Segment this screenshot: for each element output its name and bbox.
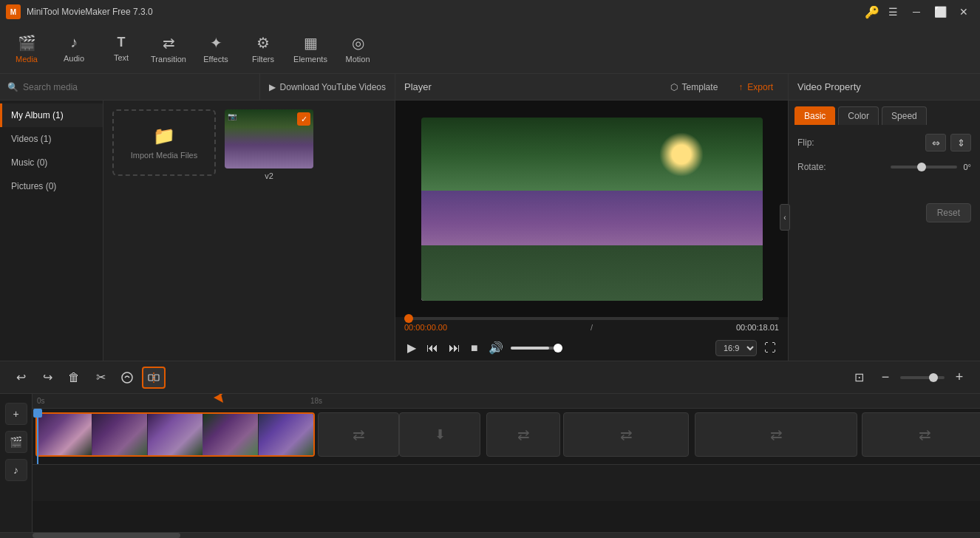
elements-label: Elements: [293, 55, 327, 64]
player-area: Player ⬡ Template ↑ Export: [395, 74, 788, 361]
search-bar[interactable]: 🔍: [0, 74, 260, 100]
volume-fill: [511, 347, 550, 350]
toolbar-text[interactable]: T Text: [98, 27, 145, 71]
template-button[interactable]: ⬡ Template: [664, 79, 724, 95]
timeline-side-buttons: + 🎬 ♪: [0, 394, 33, 532]
bottom-area: ↩ ↪ 🗑 ✂ ⊡ −: [0, 361, 980, 538]
svg-point-0: [122, 372, 132, 383]
transition-icon-4: ⇄: [620, 426, 633, 443]
reset-button[interactable]: Reset: [926, 203, 971, 222]
playhead: [37, 409, 38, 464]
prev-frame-button[interactable]: ⏮: [423, 338, 441, 358]
transition-slot-4[interactable]: ⇄: [563, 412, 689, 457]
tab-basic[interactable]: Basic: [794, 106, 835, 125]
cut-button[interactable]: ✂: [89, 367, 112, 389]
close-button[interactable]: ✕: [953, 4, 974, 19]
text-label: Text: [114, 53, 129, 62]
scrubber-thumb: [404, 314, 413, 323]
flip-horizontal-button[interactable]: ⇔: [925, 134, 946, 151]
volume-slider[interactable]: [511, 347, 562, 350]
sidebar-item-my-album[interactable]: My Album (1): [0, 103, 103, 127]
fullscreen-button[interactable]: ⛶: [761, 338, 779, 358]
clip-frame-2: [92, 414, 148, 455]
volume-thumb: [554, 344, 562, 353]
toolbar-media[interactable]: 🎬 Media: [3, 27, 50, 71]
player-video: [395, 101, 788, 317]
template-label: Template: [682, 82, 718, 92]
flip-vertical-button[interactable]: ⇕: [950, 134, 971, 151]
tab-color[interactable]: Color: [838, 106, 879, 125]
toolbar-elements[interactable]: ▦ Elements: [287, 27, 334, 71]
player-header: Player ⬡ Template ↑ Export: [395, 74, 788, 101]
download-slot[interactable]: ⬇: [399, 412, 480, 457]
undo-button[interactable]: ↩: [9, 367, 33, 389]
download-youtube-button[interactable]: ▶ Download YouTube Videos: [260, 74, 395, 100]
effects-label: Effects: [203, 55, 228, 64]
toolbar-audio[interactable]: ♪ Audio: [50, 27, 98, 71]
sidebar-item-videos[interactable]: Videos (1): [0, 127, 103, 151]
toolbar-filters[interactable]: ⚙ Filters: [239, 27, 287, 71]
left-panel-header: 🔍 ▶ Download YouTube Videos: [0, 74, 395, 101]
import-folder-icon: 📁: [153, 126, 175, 146]
template-icon: ⬡: [670, 82, 678, 92]
rotate-thumb: [917, 163, 926, 171]
video-track-button[interactable]: 🎬: [5, 431, 27, 453]
stop-button[interactable]: ■: [468, 338, 481, 358]
effects-icon: ✦: [210, 34, 222, 52]
zoom-fit-button[interactable]: ⊡: [847, 367, 871, 389]
audio-track-button[interactable]: ♪: [5, 459, 27, 481]
player-scrubber[interactable]: [404, 317, 779, 320]
time-total: 00:00:18.01: [736, 323, 779, 332]
video-clip[interactable]: [35, 412, 315, 457]
media-item-v2[interactable]: 📷 ✓ v2: [225, 109, 313, 180]
zoom-in-button[interactable]: +: [947, 367, 971, 389]
filters-label: Filters: [252, 55, 274, 64]
rotate-controls: 0°: [891, 163, 971, 171]
transition-icon-5: ⇄: [770, 426, 783, 443]
title-bar-left: M MiniTool MovieMaker Free 7.3.0: [6, 4, 153, 19]
redo-button[interactable]: ↪: [35, 367, 59, 389]
transition-slot-1[interactable]: ⇄: [318, 412, 399, 457]
export-button[interactable]: ↑ Export: [732, 79, 779, 95]
transition-slot-5[interactable]: ⇄: [695, 412, 857, 457]
player-controls: ▶ ⏮ ⏭ ■ 🔊 16:9 4:3 1:1 9:16 ⛶: [395, 335, 788, 361]
audio-label: Audio: [64, 54, 84, 63]
toolbar-effects[interactable]: ✦ Effects: [192, 27, 239, 71]
time-current: 00:00:00.00: [404, 323, 447, 332]
minimize-button[interactable]: ─: [906, 4, 927, 19]
sidebar-nav: My Album (1) Videos (1) Music (0) Pictur…: [0, 101, 103, 361]
add-track-button[interactable]: +: [5, 403, 27, 425]
main-content: 🔍 ▶ Download YouTube Videos My Album (1)…: [0, 74, 980, 361]
clip-frame-1: [37, 414, 92, 455]
sidebar-item-music[interactable]: Music (0): [0, 151, 103, 174]
toolbar-transition[interactable]: ⇄ Transition: [145, 27, 192, 71]
split-button[interactable]: [142, 367, 166, 389]
aspect-ratio-select[interactable]: 16:9 4:3 1:1 9:16: [715, 340, 757, 356]
transition-slot-3[interactable]: ⇄: [486, 412, 560, 457]
timeline-scrollbar[interactable]: [0, 532, 980, 538]
app-logo: M: [6, 4, 21, 19]
next-frame-button[interactable]: ⏭: [446, 338, 463, 358]
transition-slot-6[interactable]: ⇄: [862, 412, 980, 457]
clip-frames: [37, 414, 313, 455]
scrollbar-thumb[interactable]: [33, 533, 180, 538]
zoom-slider[interactable]: [900, 376, 945, 379]
play-button[interactable]: ▶: [404, 338, 419, 358]
flip-controls: ⇔ ⇕: [925, 134, 971, 151]
audio-detach-button[interactable]: [115, 367, 139, 389]
zoom-out-button[interactable]: −: [874, 367, 897, 389]
import-media-tile[interactable]: 📁 Import Media Files: [112, 109, 216, 176]
rotate-slider[interactable]: [891, 166, 957, 168]
sidebar-item-pictures[interactable]: Pictures (0): [0, 174, 103, 198]
search-input[interactable]: [23, 82, 252, 92]
ruler-mark-0: 0s: [37, 397, 45, 405]
time-separator: /: [591, 323, 593, 332]
menu-button[interactable]: ☰: [882, 4, 903, 19]
tab-speed[interactable]: Speed: [882, 106, 927, 125]
delete-button[interactable]: 🗑: [62, 367, 86, 389]
volume-button[interactable]: 🔊: [486, 338, 506, 358]
timeline-tracks: 0s 18s: [33, 394, 980, 532]
toolbar-motion[interactable]: ◎ Motion: [334, 27, 381, 71]
panel-collapse-button[interactable]: ‹: [780, 204, 790, 231]
maximize-button[interactable]: ⬜: [930, 4, 950, 19]
